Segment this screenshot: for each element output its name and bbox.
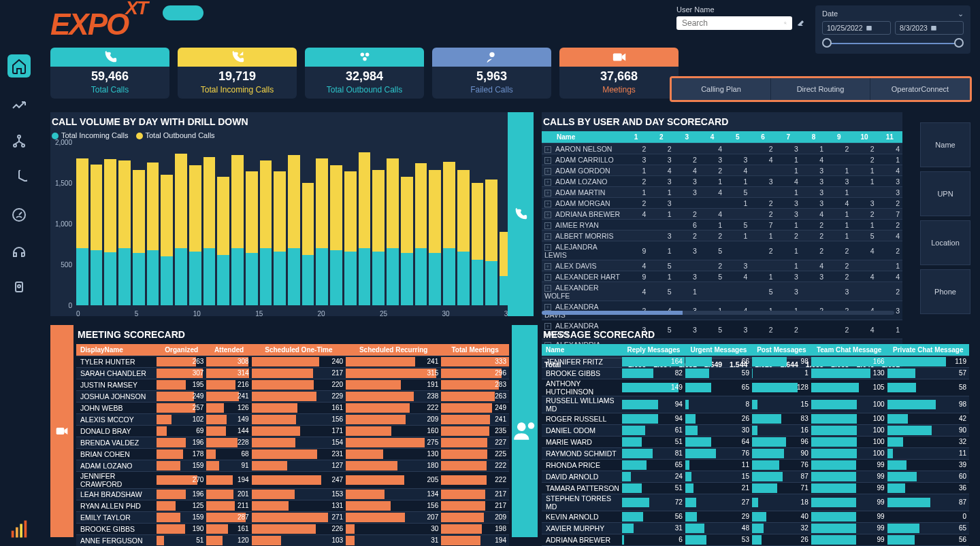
table-row[interactable]: RYAN ALLEN PHD125211131156217 [76,500,509,512]
metric-card[interactable]: 59,466Total Calls [50,48,169,99]
metric-card[interactable]: 5,963Failed Calls [432,48,551,99]
chart-bar[interactable] [203,142,216,305]
chart-bar[interactable] [316,142,328,305]
table-row[interactable]: BRENDA VALDEZ196228154275227 [76,437,509,449]
message-tab-icon[interactable] [512,325,538,537]
dimension-tab[interactable]: UPN [920,171,970,216]
nav-agent[interactable] [10,279,29,298]
table-row[interactable]: JOSHUA JOHNSON249241229238263 [76,391,509,403]
table-row[interactable]: JENNIFER CRAWFORD270194247205222 [76,472,509,489]
chart-bar[interactable] [330,142,342,305]
chevron-down-icon[interactable]: ⌄ [958,10,964,18]
table-row[interactable]: RHONDA PRICE6511769939 [542,460,969,471]
table-row[interactable]: LEAH BRADSHAW196201153134217 [76,489,509,500]
chart-bar[interactable] [302,142,314,305]
nav-pie[interactable] [10,169,29,188]
date-to-input[interactable]: 8/3/2023 [895,21,964,35]
chart-bar[interactable] [429,142,441,305]
route-tab[interactable]: OperatorConnect [870,78,970,100]
route-tab[interactable]: Direct Routing [771,78,870,100]
metric-card[interactable]: 32,984Total Outbound Calls [305,48,424,99]
table-row[interactable]: +ALEX DAVIS45231421 [542,260,902,271]
chart-bar[interactable] [485,142,497,305]
date-slider[interactable] [822,40,964,47]
chart-bar[interactable] [401,142,413,305]
table-row[interactable]: BROOKE GIBBS19016122630198 [76,524,509,535]
chart-bar[interactable] [288,142,300,305]
metric-card[interactable]: 37,668Meetings [559,48,679,99]
chart-bar[interactable] [457,142,470,305]
date-from-input[interactable]: 10/25/2022 [822,21,891,35]
chart-bar[interactable] [147,142,159,305]
table-row[interactable]: ADAM LOZANO15991127180222 [76,460,509,472]
phone-tab-icon[interactable] [508,112,534,316]
meeting-tab-icon[interactable] [50,325,74,537]
chart-bar[interactable] [104,142,116,305]
chart-bar[interactable] [246,142,258,305]
nav-hierarchy[interactable] [10,132,29,151]
search-input-wrap[interactable] [676,16,792,30]
chart-bar[interactable] [359,142,371,305]
nav-gauge[interactable] [10,205,29,224]
table-row[interactable]: DONALD BRAY69144171160235 [76,426,509,437]
table-row[interactable]: +ALBERT MORRIS3221122154 [542,231,902,241]
dimension-tab[interactable]: Location [920,220,970,265]
horizontal-scrollbar[interactable] [542,311,894,315]
table-row[interactable]: +ADRIANA BREWER4124234127 [542,209,902,220]
table-row[interactable]: DANIEL ODOM61301610090 [542,425,969,437]
chart-bar[interactable] [91,142,103,305]
table-row[interactable]: ADRIANA BREWER653269956 [542,534,969,546]
nav-trend[interactable] [10,95,29,114]
route-tab[interactable]: Calling Plan [672,78,771,100]
search-input[interactable] [682,18,784,28]
table-row[interactable]: BROOKE GIBBS8259113057 [542,368,969,379]
table-row[interactable]: +AARON NELSON224231224 [542,143,902,154]
table-row[interactable]: ANTHONY HUTCHINSON1496512810558 [542,379,969,396]
chart-bar[interactable] [260,142,272,305]
chart-bar[interactable] [133,142,145,305]
clear-filter-icon[interactable] [796,18,806,28]
table-row[interactable]: JENNIFER FRITZ1646698166119 [542,356,969,368]
metric-card[interactable]: 19,719Total Incoming Calls [178,48,297,99]
chart-bar[interactable] [175,142,187,305]
chart-bar[interactable] [161,142,173,305]
table-row[interactable]: SARAH CHANDLER307314217315296 [76,368,509,379]
table-row[interactable]: RUSSELL WILLIAMS MD9481510098 [542,396,969,413]
chart-bar[interactable] [231,142,244,305]
chart-bar[interactable] [189,142,201,305]
table-row[interactable]: +ALEJANDRA LEWIS9135212242 [542,241,902,260]
chart-bar[interactable] [372,142,385,305]
table-row[interactable]: BRIAN COHEN17868231130225 [76,449,509,460]
table-row[interactable]: +ALEXANDER HART91354133244 [542,271,902,282]
table-row[interactable]: +ADAM LOZANO23311343313 [542,176,902,187]
nav-home[interactable] [7,54,31,78]
table-row[interactable]: ALEXIS MCCOY102149156209241 [76,414,509,426]
table-row[interactable]: +ADAM MARTIN113451313 [542,187,902,198]
table-row[interactable]: XAVIER MURPHY3148329965 [542,523,969,534]
table-row[interactable]: +ALEXANDER WOLFE4515332 [542,282,902,301]
table-row[interactable]: JUSTIN RAMSEY195216220191283 [76,379,509,391]
table-row[interactable]: ROGER RUSSELL94268310042 [542,413,969,425]
nav-headset[interactable] [10,242,29,261]
table-row[interactable]: TAMARA PATTERSON5121719936 [542,483,969,494]
chart-bar[interactable] [217,142,229,305]
table-row[interactable]: TYLER HUNTER263308240241333 [76,356,509,368]
table-row[interactable]: +ADAM GORDON1442413114 [542,165,902,176]
chart-bar[interactable] [76,142,88,305]
table-row[interactable]: STEPHEN TORRES MD7227189987 [542,494,969,511]
table-row[interactable]: +AIMEE RYAN615712112 [542,220,902,231]
chart-bar[interactable] [274,142,286,305]
chart-bar[interactable] [415,142,427,305]
table-row[interactable]: ANNE FERGUSON5112010331194 [76,535,509,547]
dimension-tab[interactable]: Phone [920,269,970,314]
chart-bar[interactable] [387,142,399,305]
table-row[interactable]: JOHN WEBB257126161222249 [76,403,509,414]
table-row[interactable]: MARIE WARD51649610032 [542,437,969,448]
table-row[interactable]: +ADAM MORGAN231233432 [542,198,902,209]
dimension-tab[interactable]: Name [920,122,970,167]
chart-bar[interactable] [472,142,484,305]
table-row[interactable]: +ADAM CARRILLO3323341421 [542,154,902,165]
table-row[interactable]: KEVIN ARNOLD562940990 [542,511,969,523]
table-row[interactable]: DAVID ARNOLD2415879960 [542,471,969,483]
table-row[interactable]: RAYMOND SCHMIDT81769010011 [542,448,969,460]
